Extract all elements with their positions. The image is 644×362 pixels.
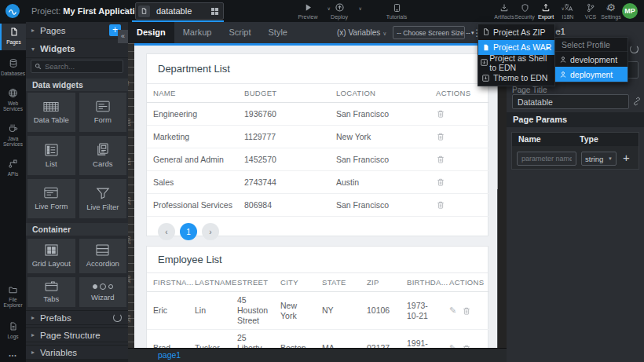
preview-button[interactable]: ∨ Preview <box>292 2 324 20</box>
export-button[interactable]: ∨ Export <box>534 2 558 20</box>
table-row[interactable]: Eric Lin 45 Houston Street New York NY 1… <box>147 292 489 330</box>
chevron-down-icon[interactable]: ∨ <box>359 5 362 11</box>
widget-tile-live-form[interactable]: Live Form <box>27 179 75 218</box>
rail-item-pages[interactable]: Pages <box>0 24 26 50</box>
widget-search[interactable] <box>31 60 123 73</box>
menu-item-project-as-zip[interactable]: Project As ZIP <box>478 24 554 40</box>
left-panel: ▸ Pages + ▾ Widgets Data widgets Data Ta… <box>26 22 128 362</box>
employee-list-title: Employee List <box>147 247 488 273</box>
widget-tile-grid-layout[interactable]: Grid Layout <box>27 239 75 273</box>
dashboard-grid-icon[interactable] <box>211 8 218 15</box>
prefabs-accordion-header[interactable]: ▸ Prefabs <box>26 310 128 325</box>
rail-item-databases[interactable]: Databases <box>0 55 26 80</box>
widget-tile-form[interactable]: Form <box>79 93 127 132</box>
caret-down-icon: ▾ <box>26 46 40 53</box>
page-params-table: Name Type string ▼ + <box>511 132 639 170</box>
chevron-down-icon: ∨ <box>382 31 386 36</box>
edit-row-icon[interactable]: ✎ <box>449 305 456 316</box>
widgets-accordion-header[interactable]: ▾ Widgets <box>26 40 128 58</box>
employee-list-widget[interactable]: Employee List FIRSTNA... LASTNAME STREET… <box>146 246 488 348</box>
screen-size-select[interactable]: -- Choose Screen Size -- ▼ <box>393 26 465 39</box>
refresh-prefabs-icon[interactable] <box>113 313 122 322</box>
widget-tile-list[interactable]: List <box>27 136 75 175</box>
page-prev-button[interactable]: ‹ <box>158 223 175 240</box>
accordion-icon <box>96 244 109 256</box>
page-next-button[interactable]: › <box>202 223 219 240</box>
active-tab-underline <box>132 20 224 22</box>
database-icon <box>0 57 26 69</box>
deploy-cloud-icon: ∨ <box>324 2 355 13</box>
user-avatar[interactable]: MP <box>622 3 638 19</box>
i18n-button[interactable]: I18N <box>556 2 580 20</box>
department-table: NAME BUDGET LOCATION ACTIONS Engineering… <box>147 84 489 217</box>
table-row[interactable]: Sales 2743744 Austin <box>147 171 489 194</box>
menu-item-theme-to-edn[interactable]: Theme to EDN <box>478 71 554 86</box>
link-icon[interactable] <box>632 97 642 106</box>
delete-row-icon[interactable] <box>436 109 445 119</box>
top-bar: Project: My First Application › datatabl… <box>0 0 644 22</box>
page-params-header: Page Params <box>507 112 644 127</box>
menu-item-development[interactable]: development <box>555 52 628 67</box>
security-button[interactable]: Security <box>513 2 536 20</box>
tutorials-button[interactable]: Tutorials <box>381 2 412 20</box>
params-header-row: Name Type <box>512 133 639 146</box>
open-page-tab[interactable]: datatable <box>135 2 224 20</box>
tab-markup[interactable]: Markup <box>174 22 221 43</box>
search-input[interactable] <box>45 62 115 71</box>
settings-button[interactable]: ⚙ ∨ Settings <box>599 2 623 20</box>
delete-row-icon[interactable] <box>436 132 445 141</box>
widget-tile-data-table[interactable]: Data Table <box>27 93 75 132</box>
variables-accordion-header[interactable]: ▸ Variables <box>26 345 128 360</box>
deploy-button[interactable]: ∨ Deploy <box>324 2 355 20</box>
widget-tile-accordion[interactable]: Accordion <box>79 239 127 273</box>
page-number-button[interactable]: 1 <box>180 223 197 240</box>
menu-item-deployment[interactable]: deployment <box>555 67 628 82</box>
upload-icon: ∨ <box>534 2 558 13</box>
tab-design[interactable]: Design <box>128 22 174 43</box>
wavemaker-logo-icon[interactable] <box>5 4 20 18</box>
rail-more-icon[interactable]: ••• <box>0 353 26 358</box>
collapse-panel-button[interactable]: « <box>118 30 128 43</box>
widget-tile-tabs[interactable]: Tabs <box>27 277 75 307</box>
rail-item-web-services[interactable]: Web Services <box>0 85 26 115</box>
active-page-name[interactable]: page1 <box>158 350 181 360</box>
rail-item-logs[interactable]: Logs <box>0 318 26 342</box>
delete-row-icon[interactable] <box>436 155 445 164</box>
pages-accordion-header[interactable]: ▸ Pages + <box>26 22 128 39</box>
zip-doc-icon <box>478 27 493 36</box>
table-row[interactable]: Professional Services 806984 San Francis… <box>147 194 489 217</box>
vertical-ruler: 50 100 150 200 250 300 350 <box>128 43 134 348</box>
delete-row-icon[interactable] <box>462 306 471 316</box>
department-list-widget[interactable]: Department List NAME BUDGET LOCATION ACT… <box>146 53 488 236</box>
menu-item-project-as-shell-to-edn[interactable]: Project as Shell to EDN <box>478 55 554 71</box>
table-row[interactable]: Marketing 1129777 New York <box>147 126 489 148</box>
variables-button[interactable]: (x) Variables ∨ <box>337 28 386 37</box>
widget-tile-live-filter[interactable]: Live Filter <box>79 179 127 218</box>
delete-row-icon[interactable] <box>436 200 445 210</box>
canvas-region: Design Markup Script Style (x) Variables… <box>128 22 507 362</box>
tab-script[interactable]: Script <box>220 22 259 43</box>
api-nodes-icon <box>0 158 26 170</box>
param-name-input[interactable] <box>517 152 576 166</box>
rail-item-apis[interactable]: APIs <box>0 155 26 182</box>
canvas-scrollbar[interactable] <box>497 46 498 348</box>
table-row[interactable]: General and Admin 1452570 San Francisco <box>147 148 489 171</box>
widget-tile-wizard[interactable]: Wizard <box>79 277 127 307</box>
project-name: My First Application <box>63 6 145 16</box>
delete-row-icon[interactable] <box>436 177 445 187</box>
tabs-icon <box>45 281 58 291</box>
refresh-icon[interactable] <box>630 45 639 53</box>
rail-item-file-explorer[interactable]: File Explorer <box>0 281 26 311</box>
table-row[interactable]: Brad Tucker 25 Liberty Pl Boston MA 0212… <box>147 330 489 349</box>
canvas-status-bar: page1 <box>128 348 507 362</box>
live-form-icon <box>44 187 58 199</box>
rail-item-java-services[interactable]: Java Services <box>0 120 26 150</box>
param-type-select[interactable]: string ▼ <box>581 152 617 166</box>
page-preview[interactable]: Department List NAME BUDGET LOCATION ACT… <box>134 43 498 348</box>
widget-tile-cards[interactable]: Cards <box>79 136 127 175</box>
add-param-button[interactable]: + <box>623 151 630 164</box>
table-row[interactable]: Engineering 1936760 San Francisco <box>147 103 489 126</box>
tab-style[interactable]: Style <box>260 22 296 43</box>
page-title-input[interactable] <box>512 94 629 109</box>
page-structure-accordion-header[interactable]: ▸ Page Structure <box>26 327 128 342</box>
